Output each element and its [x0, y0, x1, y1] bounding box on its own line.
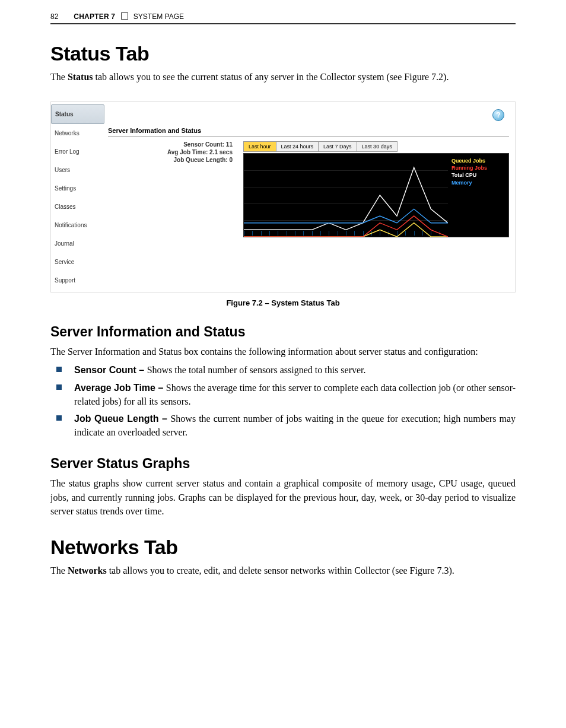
- sidebar-item-networks[interactable]: Networks: [51, 124, 104, 142]
- sidebar-item-error-log[interactable]: Error Log: [51, 142, 104, 161]
- page-title: SYSTEM PAGE: [133, 12, 184, 21]
- help-area: ?: [108, 106, 509, 127]
- sidebar-item-journal[interactable]: Journal: [51, 234, 104, 253]
- list-item: Job Queue Length – Shows the current num…: [50, 412, 516, 439]
- sidebar-item-service[interactable]: Service: [51, 253, 104, 271]
- separator-icon: [121, 12, 128, 20]
- sidebar-item-classes[interactable]: Classes: [51, 198, 104, 216]
- sidebar-item-status[interactable]: Status: [51, 104, 104, 124]
- heading-status-tab: Status Tab: [50, 42, 516, 65]
- chart-column: Last hourLast 24 hoursLast 7 DaysLast 30…: [243, 140, 509, 237]
- figure-system-status: StatusNetworksError LogUsersSettingsClas…: [50, 101, 516, 293]
- legend-memory: Memory: [451, 179, 505, 186]
- server-info-list: Sensor Count – Shows the total number of…: [50, 363, 516, 439]
- panel-title: Server Information and Status: [108, 127, 509, 136]
- list-item: Average Job Time – Shows the average tim…: [50, 381, 516, 408]
- chapter-label: CHAPTER 7: [74, 12, 115, 21]
- info-row: Avg Job Time: 2.1 secs: [108, 149, 233, 155]
- figure-caption: Figure 7.2 – System Status Tab: [50, 298, 516, 307]
- page-number: 82: [50, 12, 72, 21]
- time-tab-last-24-hours[interactable]: Last 24 hours: [276, 141, 319, 152]
- running-header: 82 CHAPTER 7 SYSTEM PAGE: [50, 12, 516, 24]
- status-chart: Queued Jobs Running Jobs Total CPU Memor…: [243, 153, 509, 237]
- heading-server-graphs: Server Status Graphs: [50, 456, 516, 472]
- legend-queued: Queued Jobs: [451, 157, 505, 164]
- info-row: Job Queue Length: 0: [108, 157, 233, 163]
- time-range-tabs: Last hourLast 24 hoursLast 7 DaysLast 30…: [243, 140, 509, 152]
- time-tab-last-hour[interactable]: Last hour: [243, 141, 276, 152]
- legend-running: Running Jobs: [451, 164, 505, 171]
- list-item: Sensor Count – Shows the total number of…: [50, 363, 516, 377]
- sidebar-item-users[interactable]: Users: [51, 161, 104, 179]
- info-row: Sensor Count: 11: [108, 141, 233, 148]
- heading-networks-tab: Networks Tab: [50, 536, 516, 559]
- legend-cpu: Total CPU: [451, 171, 505, 179]
- figure-sidebar: StatusNetworksError LogUsersSettingsClas…: [51, 102, 104, 292]
- paragraph-networks-intro: The Networks tab allows you to create, e…: [50, 564, 516, 577]
- info-column: Sensor Count: 11Avg Job Time: 2.1 secsJo…: [108, 140, 237, 237]
- chart-plot-area: [244, 154, 448, 237]
- time-tab-last-7-days[interactable]: Last 7 Days: [318, 141, 357, 152]
- paragraph-server-info: The Server Information and Status box co…: [50, 345, 516, 358]
- paragraph-status-intro: The Status tab allows you to see the cur…: [50, 70, 516, 84]
- help-icon[interactable]: ?: [492, 109, 504, 121]
- time-tab-last-30-days[interactable]: Last 30 days: [357, 141, 398, 152]
- chart-legend: Queued Jobs Running Jobs Total CPU Memor…: [448, 154, 508, 237]
- sidebar-item-settings[interactable]: Settings: [51, 179, 104, 198]
- figure-main-panel: ? Server Information and Status Sensor C…: [104, 102, 515, 292]
- sidebar-item-support[interactable]: Support: [51, 271, 104, 290]
- paragraph-server-graphs: The status graphs show current server st…: [50, 476, 516, 518]
- sidebar-item-notifications[interactable]: Notifications: [51, 216, 104, 234]
- heading-server-info: Server Information and Status: [50, 324, 516, 340]
